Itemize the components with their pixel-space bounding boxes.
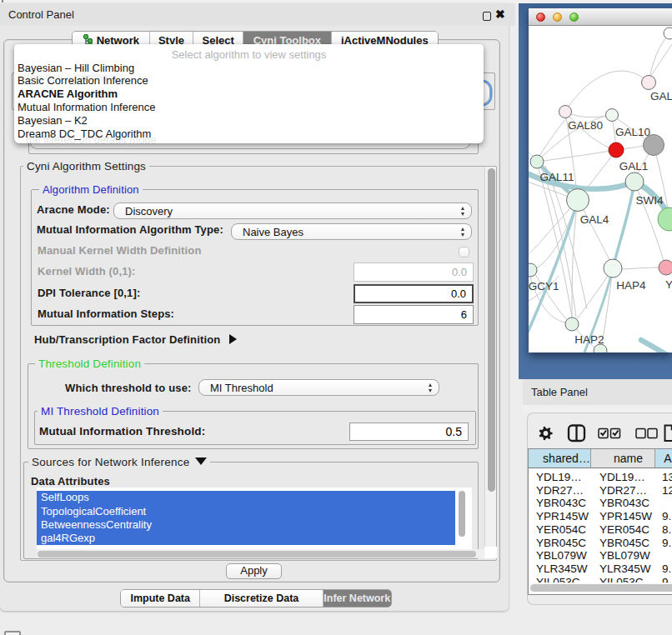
svg-text:GAL10: GAL10: [615, 126, 650, 138]
svg-text:SWI4: SWI4: [635, 194, 663, 207]
svg-text:GAL: GAL: [650, 90, 672, 102]
svg-text:GCY1: GCY1: [529, 280, 559, 292]
svg-text:Y: Y: [665, 278, 672, 291]
svg-text:GAL11: GAL11: [539, 171, 574, 183]
svg-text:GAL1: GAL1: [619, 160, 649, 172]
svg-text:HAP4: HAP4: [616, 279, 646, 292]
svg-text:HAP2: HAP2: [574, 333, 604, 346]
svg-text:GAL4: GAL4: [580, 213, 609, 226]
svg-text:GAL80: GAL80: [568, 119, 603, 132]
